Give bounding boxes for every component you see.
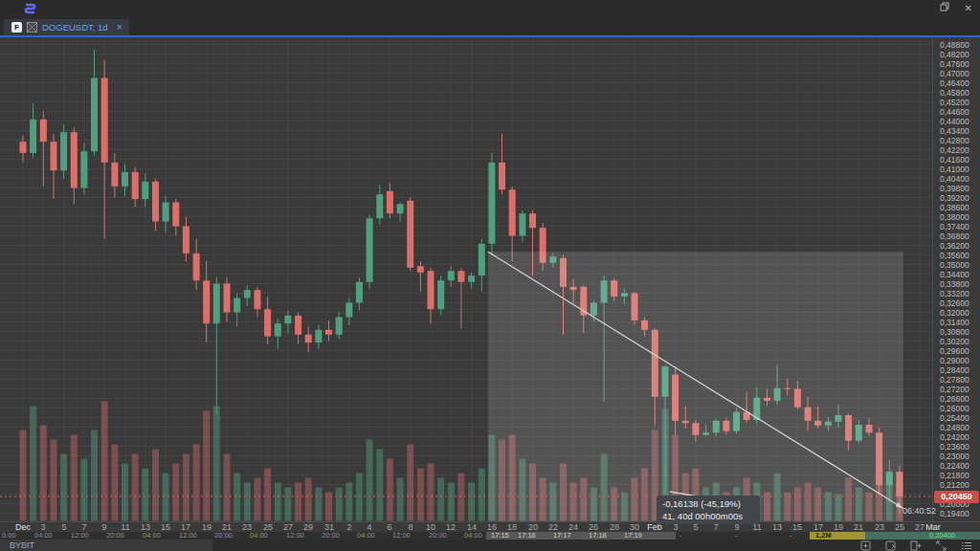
maximize-pane-button[interactable] bbox=[936, 540, 947, 551]
time-axis-tick: 21 bbox=[222, 522, 232, 532]
time-axis-tick: 10 bbox=[426, 522, 435, 532]
time-axis-tick: 29 bbox=[303, 522, 313, 532]
price-axis-label: 0,41000 bbox=[940, 165, 969, 174]
time-axis-tick: 13 bbox=[141, 522, 150, 532]
price-axis-label: 0,45800 bbox=[940, 88, 969, 98]
chart-canvas[interactable] bbox=[0, 37, 933, 521]
price-axis-label: 0,34400 bbox=[940, 270, 969, 279]
object-tree-button[interactable] bbox=[961, 540, 972, 551]
maximize-icon bbox=[936, 540, 947, 551]
time-axis-tick: 26 bbox=[589, 522, 598, 532]
price-axis-label: 0,36800 bbox=[940, 231, 969, 241]
price-axis-label: 0,25400 bbox=[940, 413, 969, 423]
time-axis-tick: 19 bbox=[202, 522, 212, 532]
price-axis-label: 0,19400 bbox=[940, 509, 969, 518]
price-axis-label: 0,45200 bbox=[940, 98, 969, 107]
price-axis-label: 0,26600 bbox=[940, 394, 969, 404]
chart-plot-area[interactable] bbox=[0, 37, 933, 521]
measure-bars-duration: 41, 40d 00h00m00s bbox=[662, 510, 754, 522]
last-close-strip: 0,20400 bbox=[865, 532, 980, 540]
price-axis-label: 0,28400 bbox=[940, 365, 969, 375]
measure-tooltip[interactable]: -0,16138 (-45,19%) 41, 40d 00h00m00s bbox=[657, 496, 760, 524]
volume-badge: 1,2M bbox=[810, 532, 865, 540]
measure-selection[interactable] bbox=[488, 252, 903, 521]
footer-ruler-label: 0:00 bbox=[2, 532, 16, 540]
time-axis-tick: 14 bbox=[467, 522, 477, 532]
time-axis-tick: 2 bbox=[346, 522, 351, 532]
bar-countdown: 06:40:52 bbox=[902, 506, 936, 516]
footer-ruler-label: 17:16 bbox=[518, 532, 536, 540]
copy-layout-button[interactable] bbox=[885, 540, 896, 551]
footer-ruler-label: 20:00 bbox=[322, 532, 340, 540]
price-axis-label: 0,31400 bbox=[940, 318, 969, 327]
tab-close-icon[interactable]: × bbox=[117, 22, 122, 33]
price-axis-label: 0,29600 bbox=[940, 346, 969, 356]
secondary-time-ruler[interactable]: 1,2M 0,20400 0:0004:0012:0020:0004:0012:… bbox=[0, 532, 980, 540]
measure-price-change: -0,16138 (-45,19%) bbox=[662, 497, 754, 510]
time-axis-tick: 9 bbox=[101, 522, 106, 532]
tab-dogeusdt[interactable]: F DOGEUSDT, 1d × bbox=[4, 19, 129, 35]
time-axis-tick: 27 bbox=[915, 522, 924, 532]
price-axis-label: 0,38000 bbox=[940, 212, 969, 222]
price-axis-label: 0,43400 bbox=[940, 126, 969, 136]
time-axis-tick: 20 bbox=[528, 522, 538, 532]
time-axis-tick: 15 bbox=[161, 522, 170, 532]
footer-ruler-label: 20:00 bbox=[214, 532, 233, 540]
window-restore-button[interactable] bbox=[940, 2, 949, 15]
price-axis-label: 0,27200 bbox=[940, 385, 969, 394]
price-axis-label: 0,24200 bbox=[940, 432, 969, 442]
object-tree-icon bbox=[961, 540, 972, 551]
time-axis-tick: 31 bbox=[324, 522, 334, 532]
time-axis-tick: 24 bbox=[568, 522, 578, 532]
price-axis-label: 0,30800 bbox=[940, 327, 969, 337]
price-axis-label: 0,48200 bbox=[940, 50, 969, 59]
time-axis-tick: 25 bbox=[263, 522, 273, 532]
time-axis-tick: 15 bbox=[792, 522, 802, 532]
price-axis-label: 0,32600 bbox=[940, 298, 969, 308]
exchange-label[interactable]: BYBIT bbox=[0, 540, 212, 551]
price-axis-label: 0,41600 bbox=[940, 155, 969, 165]
tab-bar: F DOGEUSDT, 1d × bbox=[0, 18, 980, 35]
footer-ruler-label: 12:00 bbox=[392, 532, 411, 540]
time-axis-tick: 27 bbox=[283, 522, 293, 532]
footer-ruler-label: - bbox=[735, 532, 738, 540]
time-axis-tick: Dec bbox=[15, 522, 31, 532]
price-axis-label: 0,32000 bbox=[940, 308, 969, 318]
price-axis-label: 0,47600 bbox=[940, 59, 969, 69]
price-axis-label: 0,21200 bbox=[940, 480, 969, 490]
time-axis-tick: 17 bbox=[181, 522, 190, 532]
time-axis-tick: 17 bbox=[813, 522, 823, 532]
time-axis-tick: Mar bbox=[925, 522, 941, 532]
app-logo-icon bbox=[23, 3, 36, 15]
time-axis-tick: 5 bbox=[61, 522, 66, 532]
footer-ruler-label: 17:19 bbox=[624, 532, 642, 540]
price-axis-label: 0,29000 bbox=[940, 356, 969, 365]
feed-badge: F bbox=[11, 22, 22, 33]
add-pane-button[interactable] bbox=[910, 540, 922, 551]
time-axis-tick: 8 bbox=[408, 522, 412, 532]
price-axis-label: 0,24800 bbox=[940, 423, 969, 432]
footer-ruler-label: 04:00 bbox=[143, 532, 161, 540]
price-axis-label: 0,23000 bbox=[940, 452, 969, 461]
time-axis-tick: 4 bbox=[367, 522, 371, 532]
symbol-logo-placeholder-icon bbox=[27, 22, 37, 33]
time-axis-tick: 18 bbox=[507, 522, 517, 532]
add-instrument-button[interactable] bbox=[860, 540, 871, 551]
time-axis-tick: 28 bbox=[610, 522, 619, 532]
price-axis-label: 0,42800 bbox=[940, 136, 969, 145]
window-close-button[interactable]: ✕ bbox=[965, 2, 972, 15]
price-axis-label: 0,35600 bbox=[940, 251, 969, 260]
price-axis-label: 0,22400 bbox=[940, 461, 969, 471]
time-axis-tick: 22 bbox=[548, 522, 558, 532]
footer-ruler-label: - bbox=[679, 532, 682, 540]
price-axis[interactable]: 0,488000,482000,476000,470000,464000,458… bbox=[932, 37, 980, 521]
footer-ruler-label: 04:00 bbox=[464, 532, 482, 540]
footer-ruler-label: 20:00 bbox=[429, 532, 447, 540]
price-axis-label: 0,44600 bbox=[940, 107, 969, 117]
price-axis-label: 0,39200 bbox=[940, 193, 969, 203]
footer-ruler-label: 04:00 bbox=[250, 532, 268, 540]
restore-icon bbox=[940, 2, 949, 11]
footer-ruler-label: 04:00 bbox=[357, 532, 375, 540]
price-axis-label: 0,23600 bbox=[940, 442, 969, 452]
time-axis-tick: 7 bbox=[81, 522, 86, 532]
